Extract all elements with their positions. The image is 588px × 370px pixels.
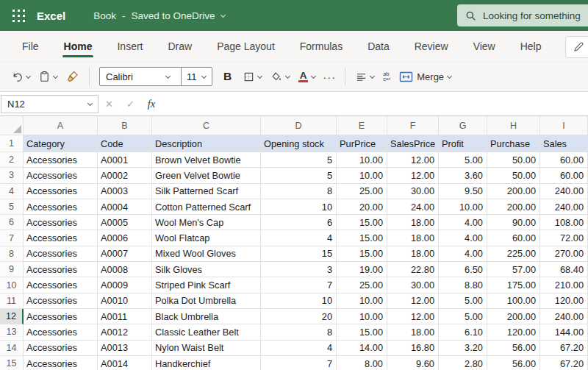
cell[interactable]: A0006 <box>98 230 152 246</box>
row-header-7[interactable]: 7 <box>0 230 24 246</box>
row-header-14[interactable]: 14 <box>0 341 24 356</box>
cell[interactable]: 12.00 <box>387 293 439 309</box>
undo-button[interactable] <box>7 68 35 86</box>
cell[interactable]: 240.00 <box>540 184 588 199</box>
cell[interactable]: A0010 <box>98 293 152 309</box>
borders-button[interactable] <box>239 68 266 86</box>
cell[interactable]: 18.00 <box>387 324 439 340</box>
cell[interactable]: Silk Gloves <box>152 262 261 277</box>
alignment-button[interactable] <box>351 68 379 86</box>
cell[interactable]: 8 <box>261 184 337 199</box>
insert-function-button[interactable]: fx <box>141 98 162 110</box>
cell[interactable]: 15 <box>261 246 337 262</box>
cell[interactable]: 56.00 <box>487 356 540 370</box>
cell[interactable]: 4.00 <box>439 246 487 262</box>
cell[interactable]: 60.00 <box>487 230 540 246</box>
cell[interactable]: Accessories <box>24 293 98 309</box>
cell[interactable]: Handkerchief <box>152 356 261 370</box>
cell[interactable]: 12.00 <box>387 309 439 324</box>
cell[interactable]: 7 <box>261 277 337 293</box>
cell[interactable]: Accessories <box>24 246 98 262</box>
cell[interactable]: 5.00 <box>439 293 487 309</box>
cell[interactable]: 60.00 <box>540 152 588 168</box>
cell[interactable]: 200.00 <box>487 184 540 199</box>
cell[interactable]: Description <box>152 135 261 152</box>
cell[interactable]: 10.00 <box>337 293 387 309</box>
cell[interactable]: 7 <box>261 356 337 370</box>
cell[interactable]: 20.00 <box>337 199 387 215</box>
cell[interactable]: Opening stock <box>261 135 337 152</box>
chevron-down-icon[interactable] <box>165 73 171 78</box>
cell[interactable]: Cotton Patterned Scarf <box>152 199 261 215</box>
cell[interactable]: Category <box>24 135 98 152</box>
column-header-F[interactable]: F <box>387 116 439 135</box>
name-box[interactable]: N12 <box>1 95 98 113</box>
cell[interactable]: PurPrice <box>337 135 387 152</box>
cell[interactable]: 6.50 <box>439 262 487 277</box>
cell[interactable]: 200.00 <box>487 199 540 215</box>
column-header-H[interactable]: H <box>487 116 540 135</box>
editing-mode-button[interactable] <box>565 36 588 58</box>
cell[interactable]: Accessories <box>24 356 98 370</box>
cell[interactable]: 240.00 <box>540 199 588 215</box>
tab-review[interactable]: Review <box>402 31 461 61</box>
cell[interactable]: Mixed Wool Gloves <box>152 246 261 262</box>
cell[interactable]: 210.00 <box>540 277 588 293</box>
cell[interactable]: 2.80 <box>439 356 487 370</box>
tab-draw[interactable]: Draw <box>155 31 204 61</box>
tab-help[interactable]: Help <box>508 31 554 61</box>
font-size-select[interactable]: 11 <box>182 71 199 82</box>
cell[interactable]: 18.00 <box>387 230 439 246</box>
cell[interactable]: A0005 <box>98 215 152 230</box>
cell[interactable]: 5 <box>261 152 337 168</box>
cell[interactable]: A0012 <box>98 324 152 340</box>
cell[interactable]: 4 <box>261 230 337 246</box>
cell[interactable]: Accessories <box>24 277 98 293</box>
cell[interactable]: 225.00 <box>487 246 540 262</box>
cell[interactable]: A0013 <box>98 341 152 356</box>
cell[interactable]: Code <box>98 135 152 152</box>
cell[interactable]: 10.00 <box>337 309 387 324</box>
cell[interactable]: 10.00 <box>337 168 387 183</box>
tab-file[interactable]: File <box>10 31 51 61</box>
cell[interactable]: 56.00 <box>487 341 540 356</box>
cell[interactable]: 120.00 <box>487 324 540 340</box>
row-header-11[interactable]: 11 <box>0 293 24 309</box>
paste-button[interactable] <box>35 67 62 86</box>
column-header-I[interactable]: I <box>540 116 588 135</box>
column-header-G[interactable]: G <box>439 116 487 135</box>
cell[interactable]: Wool Men's Cap <box>152 215 261 230</box>
row-header-15[interactable]: 15 <box>0 356 24 370</box>
cell[interactable]: A0004 <box>98 199 152 215</box>
cell[interactable]: 12.00 <box>387 168 439 183</box>
cell[interactable]: 15.00 <box>337 230 387 246</box>
cell[interactable]: Purchase <box>487 135 540 152</box>
cell[interactable]: 67.20 <box>540 356 588 370</box>
cell[interactable]: Accessories <box>24 324 98 340</box>
column-header-C[interactable]: C <box>152 116 261 135</box>
cell[interactable]: A0001 <box>98 152 152 168</box>
cell[interactable]: 3 <box>261 262 337 277</box>
cell[interactable]: 270.00 <box>540 246 588 262</box>
cell[interactable]: 60.00 <box>540 168 588 183</box>
cell[interactable]: Sales <box>540 135 588 152</box>
cell[interactable]: Accessories <box>24 230 98 246</box>
row-header-1[interactable]: 1 <box>0 135 24 152</box>
cell[interactable]: Green Velvet Bowtie <box>152 168 261 183</box>
cell[interactable]: 22.80 <box>387 262 439 277</box>
font-name-select[interactable]: Calibri <box>100 71 163 82</box>
cell[interactable]: Accessories <box>24 262 98 277</box>
row-header-10[interactable]: 10 <box>0 277 24 293</box>
cell[interactable]: 68.40 <box>540 262 588 277</box>
enter-button[interactable]: ✓ <box>120 99 141 110</box>
cell[interactable]: Striped Pink Scarf <box>152 277 261 293</box>
cell[interactable]: 16.80 <box>387 341 439 356</box>
cell[interactable]: 10 <box>261 293 337 309</box>
cell[interactable]: 9.60 <box>387 356 439 370</box>
cell[interactable]: Accessories <box>24 199 98 215</box>
tab-page-layout[interactable]: Page Layout <box>204 31 287 61</box>
cell[interactable]: SalesPrice <box>387 135 439 152</box>
tab-insert[interactable]: Insert <box>104 31 155 61</box>
cell[interactable]: 67.20 <box>540 341 588 356</box>
cell[interactable]: Accessories <box>24 215 98 230</box>
